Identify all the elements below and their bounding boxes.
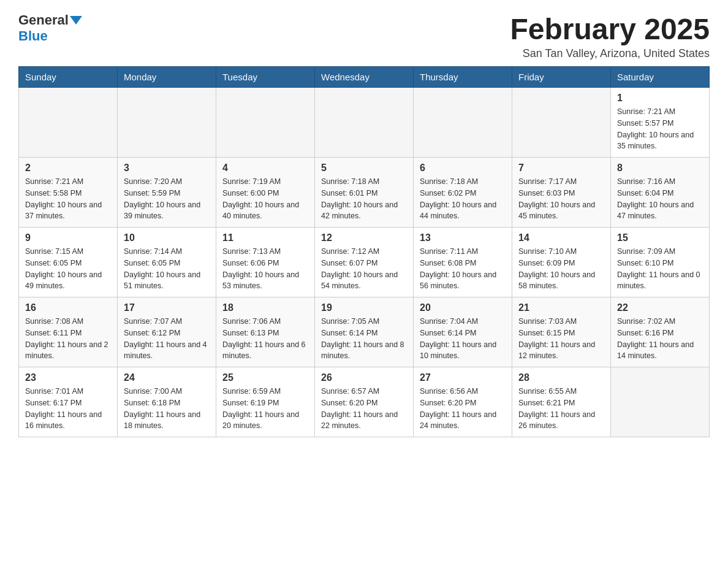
day-info: Sunrise: 7:15 AMSunset: 6:05 PMDaylight:… [25, 246, 111, 292]
calendar-cell [512, 88, 611, 158]
calendar-cell: 3Sunrise: 7:20 AMSunset: 5:59 PMDaylight… [118, 158, 216, 228]
day-info: Sunrise: 7:21 AMSunset: 5:57 PMDaylight:… [617, 106, 703, 152]
month-title: February 2025 [510, 12, 710, 46]
day-info: Sunrise: 7:07 AMSunset: 6:12 PMDaylight:… [124, 316, 210, 362]
day-info: Sunrise: 7:21 AMSunset: 5:58 PMDaylight:… [25, 176, 111, 222]
weekday-header-wednesday: Wednesday [315, 67, 414, 88]
day-info: Sunrise: 7:00 AMSunset: 6:18 PMDaylight:… [124, 386, 210, 432]
calendar-cell: 5Sunrise: 7:18 AMSunset: 6:01 PMDaylight… [315, 158, 414, 228]
title-section: February 2025 San Tan Valley, Arizona, U… [510, 12, 710, 60]
logo-general-text: General [18, 12, 69, 28]
calendar-body: 1Sunrise: 7:21 AMSunset: 5:57 PMDaylight… [19, 88, 710, 437]
calendar-cell [216, 88, 315, 158]
location-title: San Tan Valley, Arizona, United States [510, 47, 710, 60]
calendar-cell: 17Sunrise: 7:07 AMSunset: 6:12 PMDayligh… [118, 297, 216, 367]
day-number: 11 [222, 232, 308, 243]
day-number: 28 [518, 372, 604, 383]
calendar-cell: 21Sunrise: 7:03 AMSunset: 6:15 PMDayligh… [512, 297, 611, 367]
calendar-header: SundayMondayTuesdayWednesdayThursdayFrid… [19, 67, 710, 88]
calendar-cell: 16Sunrise: 7:08 AMSunset: 6:11 PMDayligh… [19, 297, 118, 367]
calendar-table: SundayMondayTuesdayWednesdayThursdayFrid… [18, 66, 710, 437]
weekday-header-saturday: Saturday [611, 67, 710, 88]
day-number: 13 [420, 232, 506, 243]
day-number: 27 [420, 372, 506, 383]
day-info: Sunrise: 7:06 AMSunset: 6:13 PMDaylight:… [222, 316, 308, 362]
day-number: 2 [25, 163, 111, 174]
calendar-cell: 6Sunrise: 7:18 AMSunset: 6:02 PMDaylight… [414, 158, 512, 228]
calendar-cell: 11Sunrise: 7:13 AMSunset: 6:06 PMDayligh… [216, 228, 315, 297]
day-number: 24 [124, 372, 210, 383]
day-number: 25 [222, 372, 308, 383]
day-number: 4 [222, 163, 308, 174]
day-number: 16 [25, 302, 111, 313]
day-info: Sunrise: 7:03 AMSunset: 6:15 PMDaylight:… [518, 316, 604, 362]
day-number: 6 [420, 163, 506, 174]
day-info: Sunrise: 6:55 AMSunset: 6:21 PMDaylight:… [518, 386, 604, 432]
calendar-cell: 26Sunrise: 6:57 AMSunset: 6:20 PMDayligh… [315, 367, 414, 437]
day-info: Sunrise: 7:19 AMSunset: 6:00 PMDaylight:… [222, 176, 308, 222]
week-row-2: 2Sunrise: 7:21 AMSunset: 5:58 PMDaylight… [19, 158, 710, 228]
day-number: 22 [617, 302, 703, 313]
day-number: 26 [321, 372, 407, 383]
calendar-cell [315, 88, 414, 158]
calendar-cell: 7Sunrise: 7:17 AMSunset: 6:03 PMDaylight… [512, 158, 611, 228]
day-number: 19 [321, 302, 407, 313]
calendar-cell: 19Sunrise: 7:05 AMSunset: 6:14 PMDayligh… [315, 297, 414, 367]
day-number: 20 [420, 302, 506, 313]
day-info: Sunrise: 7:18 AMSunset: 6:02 PMDaylight:… [420, 176, 506, 222]
day-number: 9 [25, 232, 111, 243]
calendar-cell: 28Sunrise: 6:55 AMSunset: 6:21 PMDayligh… [512, 367, 611, 437]
day-number: 3 [124, 163, 210, 174]
day-info: Sunrise: 7:09 AMSunset: 6:10 PMDaylight:… [617, 246, 703, 292]
day-info: Sunrise: 7:01 AMSunset: 6:17 PMDaylight:… [25, 386, 111, 432]
calendar-cell: 23Sunrise: 7:01 AMSunset: 6:17 PMDayligh… [19, 367, 118, 437]
day-number: 1 [617, 93, 703, 104]
calendar-cell: 4Sunrise: 7:19 AMSunset: 6:00 PMDaylight… [216, 158, 315, 228]
calendar-cell: 15Sunrise: 7:09 AMSunset: 6:10 PMDayligh… [611, 228, 710, 297]
day-info: Sunrise: 7:04 AMSunset: 6:14 PMDaylight:… [420, 316, 506, 362]
calendar-cell: 14Sunrise: 7:10 AMSunset: 6:09 PMDayligh… [512, 228, 611, 297]
logo: General Blue [18, 12, 83, 44]
calendar-cell [19, 88, 118, 158]
weekday-header-sunday: Sunday [19, 67, 118, 88]
day-number: 21 [518, 302, 604, 313]
day-info: Sunrise: 7:08 AMSunset: 6:11 PMDaylight:… [25, 316, 111, 362]
weekday-header-monday: Monday [118, 67, 216, 88]
day-number: 7 [518, 163, 604, 174]
logo-blue-text: Blue [18, 28, 48, 44]
day-number: 18 [222, 302, 308, 313]
day-number: 15 [617, 232, 703, 243]
logo-triangle-icon [70, 16, 82, 25]
day-info: Sunrise: 7:14 AMSunset: 6:05 PMDaylight:… [124, 246, 210, 292]
page-header: General Blue February 2025 San Tan Valle… [18, 12, 710, 60]
weekday-header-row: SundayMondayTuesdayWednesdayThursdayFrid… [19, 67, 710, 88]
calendar-cell: 20Sunrise: 7:04 AMSunset: 6:14 PMDayligh… [414, 297, 512, 367]
calendar-cell: 22Sunrise: 7:02 AMSunset: 6:16 PMDayligh… [611, 297, 710, 367]
day-number: 14 [518, 232, 604, 243]
day-info: Sunrise: 7:13 AMSunset: 6:06 PMDaylight:… [222, 246, 308, 292]
day-info: Sunrise: 7:11 AMSunset: 6:08 PMDaylight:… [420, 246, 506, 292]
day-number: 12 [321, 232, 407, 243]
calendar-cell [118, 88, 216, 158]
calendar-cell: 8Sunrise: 7:16 AMSunset: 6:04 PMDaylight… [611, 158, 710, 228]
calendar-cell [611, 367, 710, 437]
calendar-cell: 27Sunrise: 6:56 AMSunset: 6:20 PMDayligh… [414, 367, 512, 437]
calendar-cell [414, 88, 512, 158]
weekday-header-tuesday: Tuesday [216, 67, 315, 88]
week-row-1: 1Sunrise: 7:21 AMSunset: 5:57 PMDaylight… [19, 88, 710, 158]
weekday-header-friday: Friday [512, 67, 611, 88]
day-number: 5 [321, 163, 407, 174]
day-info: Sunrise: 7:10 AMSunset: 6:09 PMDaylight:… [518, 246, 604, 292]
day-number: 10 [124, 232, 210, 243]
day-info: Sunrise: 7:12 AMSunset: 6:07 PMDaylight:… [321, 246, 407, 292]
day-info: Sunrise: 6:56 AMSunset: 6:20 PMDaylight:… [420, 386, 506, 432]
day-number: 17 [124, 302, 210, 313]
week-row-4: 16Sunrise: 7:08 AMSunset: 6:11 PMDayligh… [19, 297, 710, 367]
day-number: 23 [25, 372, 111, 383]
day-info: Sunrise: 6:59 AMSunset: 6:19 PMDaylight:… [222, 386, 308, 432]
week-row-3: 9Sunrise: 7:15 AMSunset: 6:05 PMDaylight… [19, 228, 710, 297]
calendar-cell: 12Sunrise: 7:12 AMSunset: 6:07 PMDayligh… [315, 228, 414, 297]
day-info: Sunrise: 6:57 AMSunset: 6:20 PMDaylight:… [321, 386, 407, 432]
week-row-5: 23Sunrise: 7:01 AMSunset: 6:17 PMDayligh… [19, 367, 710, 437]
calendar-cell: 2Sunrise: 7:21 AMSunset: 5:58 PMDaylight… [19, 158, 118, 228]
